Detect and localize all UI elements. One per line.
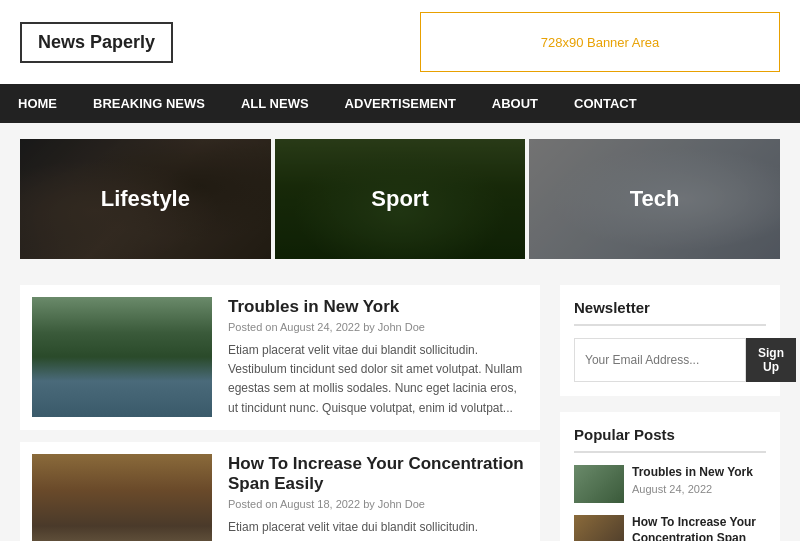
newsletter-signup-button[interactable]: Sign Up: [746, 338, 796, 382]
category-tech[interactable]: Tech: [529, 139, 780, 259]
article-item: Troubles in New York Posted on August 24…: [20, 285, 540, 430]
nav-home[interactable]: HOME: [0, 84, 75, 123]
sidebar: Newsletter Sign Up Popular Posts Trouble…: [560, 285, 780, 541]
newsletter-section: Newsletter Sign Up: [560, 285, 780, 396]
article-thumbnail: [32, 454, 212, 541]
popular-date: August 24, 2022: [632, 483, 766, 495]
popular-title: Troubles in New York: [632, 465, 766, 481]
article-content: Troubles in New York Posted on August 24…: [228, 297, 528, 418]
popular-thumb: [574, 515, 624, 541]
article-title[interactable]: How To Increase Your Concentration Span …: [228, 454, 528, 494]
article-meta: Posted on August 18, 2022 by John Doe: [228, 498, 528, 510]
category-lifestyle[interactable]: Lifestyle: [20, 139, 271, 259]
article-title[interactable]: Troubles in New York: [228, 297, 528, 317]
main-area: Troubles in New York Posted on August 24…: [0, 275, 800, 541]
newsletter-title: Newsletter: [574, 299, 766, 326]
categories-section: Lifestyle Sport Tech: [0, 123, 800, 275]
popular-posts-section: Popular Posts Troubles in New York Augus…: [560, 412, 780, 541]
category-sport[interactable]: Sport: [275, 139, 526, 259]
article-content: How To Increase Your Concentration Span …: [228, 454, 528, 541]
popular-info: How To Increase Your Concentration Span …: [632, 515, 766, 541]
nav-advertisement[interactable]: ADVERTISEMENT: [327, 84, 474, 123]
tech-label: Tech: [630, 186, 680, 212]
nav-about[interactable]: ABOUT: [474, 84, 556, 123]
popular-thumb: [574, 465, 624, 503]
popular-posts-title: Popular Posts: [574, 426, 766, 453]
banner: 728x90 Banner Area: [420, 12, 780, 72]
popular-title: How To Increase Your Concentration Span: [632, 515, 766, 541]
articles-list: Troubles in New York Posted on August 24…: [20, 285, 540, 541]
popular-post-item[interactable]: Troubles in New York August 24, 2022: [574, 465, 766, 503]
newsletter-email-input[interactable]: [574, 338, 746, 382]
header: News Paperly 728x90 Banner Area: [0, 0, 800, 84]
popular-image: [574, 465, 624, 503]
article-meta: Posted on August 24, 2022 by John Doe: [228, 321, 528, 333]
nav-breaking-news[interactable]: BREAKING NEWS: [75, 84, 223, 123]
article-image: [32, 297, 212, 417]
popular-post-item[interactable]: How To Increase Your Concentration Span …: [574, 515, 766, 541]
logo: News Paperly: [20, 22, 173, 63]
nav: HOME BREAKING NEWS ALL NEWS ADVERTISEMEN…: [0, 84, 800, 123]
article-excerpt: Etiam placerat velit vitae dui blandit s…: [228, 518, 528, 541]
article-item: How To Increase Your Concentration Span …: [20, 442, 540, 541]
popular-info: Troubles in New York August 24, 2022: [632, 465, 766, 495]
sport-label: Sport: [371, 186, 428, 212]
nav-all-news[interactable]: ALL NEWS: [223, 84, 327, 123]
nav-contact[interactable]: CONTACT: [556, 84, 655, 123]
article-thumbnail: [32, 297, 212, 417]
article-excerpt: Etiam placerat velit vitae dui blandit s…: [228, 341, 528, 418]
article-image: [32, 454, 212, 541]
lifestyle-label: Lifestyle: [101, 186, 190, 212]
newsletter-form: Sign Up: [574, 338, 766, 382]
popular-image: [574, 515, 624, 541]
